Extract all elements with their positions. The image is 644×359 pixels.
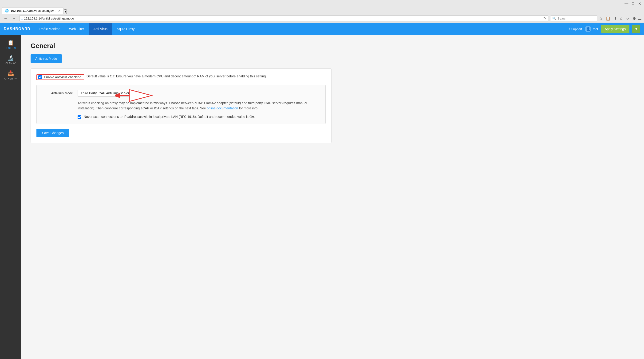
lan-scan-text: Never scan connections to IP addresses w… xyxy=(84,115,250,119)
page-title: General xyxy=(30,42,634,50)
nav-anti-virus[interactable]: Anti Virus xyxy=(89,23,112,35)
download-icon[interactable]: ⬇ xyxy=(614,16,617,21)
forward-button[interactable]: → xyxy=(11,16,18,21)
mode-label: Antivirus Mode xyxy=(42,91,73,95)
nav-web-filter[interactable]: Web Filter xyxy=(64,23,89,35)
user-name: root xyxy=(593,27,598,31)
enable-antivirus-checkbox[interactable] xyxy=(38,75,42,79)
general-icon: 📋 xyxy=(8,40,14,46)
bookmarks-icon[interactable]: ☆ xyxy=(599,16,602,21)
other-av-icon: 📥 xyxy=(8,70,14,77)
enable-description: Default value is Off. Ensure you have a … xyxy=(86,74,267,78)
support-icon: ℹ xyxy=(569,27,570,31)
tab-favicon: 🌐 xyxy=(5,9,9,13)
browser-addressbar: ← → ℹ 192.168.1.14/antivirus/settings/mo… xyxy=(0,14,644,23)
online-documentation-link[interactable]: online documentation xyxy=(207,106,238,110)
back-button[interactable]: ← xyxy=(2,16,9,21)
enable-antivirus-label: Enable antivirus checking. xyxy=(44,75,82,79)
sidebar-label-other-av: OTHER AV xyxy=(4,77,17,80)
user-avatar: 👤 xyxy=(585,26,591,32)
dashboard-logo: DASHBOARD xyxy=(4,27,34,31)
browser-tabs: 🌐 192.168.1.14/antivirus/settings/r... ✕… xyxy=(0,7,644,14)
antivirus-mode-select[interactable]: Third Party ICAP Antivirus Server eCAP C… xyxy=(78,90,139,97)
menu-icon[interactable]: ☰ xyxy=(638,16,642,21)
lan-scan-tail: . xyxy=(254,115,255,119)
address-text: 192.168.1.14/antivirus/settings/mode xyxy=(24,17,542,20)
address-bar[interactable]: ℹ 192.168.1.14/antivirus/settings/mode ↻ xyxy=(19,15,548,22)
user-menu[interactable]: 👤 root xyxy=(585,26,598,32)
enable-checking-row: Enable antivirus checking. Default value… xyxy=(36,74,326,80)
apply-settings-dropdown[interactable]: ▼ xyxy=(632,25,640,33)
main-content: General Antivirus Mode Enable antivirus … xyxy=(21,35,644,359)
sidebar-label-clamav: CLAMAV xyxy=(6,62,16,65)
support-label: Support xyxy=(571,27,582,31)
nav-traffic-monitor[interactable]: Traffic Monitor xyxy=(34,23,64,35)
mode-select-wrapper: Third Party ICAP Antivirus Server eCAP C… xyxy=(78,90,139,97)
search-placeholder: Search xyxy=(558,17,567,20)
reading-list-icon[interactable]: 📋 xyxy=(606,16,610,21)
lan-scan-label: Never scan connections to IP addresses w… xyxy=(84,115,255,119)
mode-row: Antivirus Mode Third Party ICAP Antiviru… xyxy=(42,90,320,97)
lan-scan-checkbox[interactable] xyxy=(78,115,81,119)
antivirus-mode-tab[interactable]: Antivirus Mode xyxy=(30,54,62,63)
sidebar-item-clamav[interactable]: 🔬 CLAMAV xyxy=(0,52,21,68)
minimize-button[interactable]: — xyxy=(624,2,628,6)
extensions-icon[interactable]: ⚙ xyxy=(633,16,636,21)
close-button[interactable]: ✕ xyxy=(638,2,641,6)
shield-icon[interactable]: 🛡 xyxy=(626,16,630,21)
tab-title: 192.168.1.14/antivirus/settings/r... xyxy=(10,9,56,13)
save-changes-button[interactable]: Save Changes xyxy=(36,129,69,137)
settings-card: Enable antivirus checking. Default value… xyxy=(30,69,332,143)
tab-close-button[interactable]: ✕ xyxy=(58,9,60,13)
home-icon[interactable]: ⌂ xyxy=(620,16,622,21)
browser-toolbar: ☆ 📋 ⬇ ⌂ 🛡 ⚙ xyxy=(599,16,636,21)
sidebar-item-other-av[interactable]: 📥 OTHER AV xyxy=(0,68,21,83)
lan-scan-row: Never scan connections to IP addresses w… xyxy=(78,115,320,119)
security-icon: ℹ xyxy=(22,17,22,20)
mode-desc-tail: for more info. xyxy=(238,106,258,110)
mode-desc-text: Antivirus checking on proxy may be imple… xyxy=(78,101,307,110)
apply-settings-button[interactable]: Apply Settings xyxy=(601,25,630,33)
active-tab[interactable]: 🌐 192.168.1.14/antivirus/settings/r... ✕ xyxy=(2,7,64,14)
clamav-icon: 🔬 xyxy=(8,55,14,61)
search-icon: 🔍 xyxy=(552,17,556,20)
sidebar-item-general[interactable]: 📋 GENERAL xyxy=(0,37,21,52)
main-nav: Traffic Monitor Web Filter Anti Virus Sq… xyxy=(34,23,569,35)
mode-box: Antivirus Mode Third Party ICAP Antiviru… xyxy=(36,85,326,124)
nav-squid-proxy[interactable]: Squid Proxy xyxy=(112,23,139,35)
browser-window-controls: — □ ✕ xyxy=(624,2,641,6)
mode-description: Antivirus checking on proxy may be imple… xyxy=(78,101,320,111)
search-box[interactable]: 🔍 Search xyxy=(550,16,597,22)
support-button[interactable]: ℹ Support xyxy=(569,27,582,31)
sidebar: 📋 GENERAL 🔬 CLAMAV 📥 OTHER AV xyxy=(0,35,21,359)
browser-titlebar: — □ ✕ xyxy=(0,0,644,7)
browser-chrome: — □ ✕ 🌐 192.168.1.14/antivirus/settings/… xyxy=(0,0,644,23)
header-right: ℹ Support 👤 root Apply Settings ▼ xyxy=(569,25,640,33)
app-body: 📋 GENERAL 🔬 CLAMAV 📥 OTHER AV General An… xyxy=(0,35,644,359)
new-tab-button[interactable]: + xyxy=(64,10,67,14)
app-header: DASHBOARD Traffic Monitor Web Filter Ant… xyxy=(0,23,644,35)
reload-button[interactable]: ↻ xyxy=(543,17,546,20)
lan-scan-value: On xyxy=(250,115,254,119)
sidebar-label-general: GENERAL xyxy=(4,47,16,49)
maximize-button[interactable]: □ xyxy=(632,2,634,6)
enable-checkbox-wrapper: Enable antivirus checking. xyxy=(36,74,84,80)
